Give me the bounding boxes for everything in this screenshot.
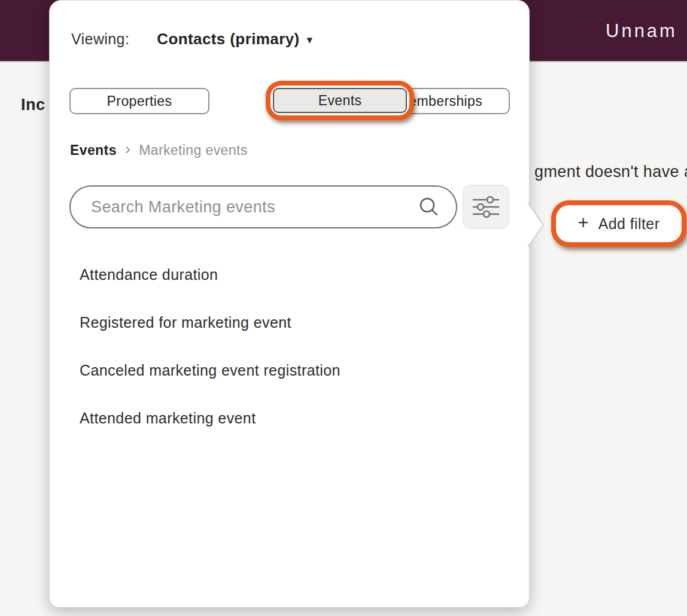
panel-pointer-arrow [528, 201, 547, 249]
list-item-canceled-marketing-event-registration[interactable]: Canceled marketing event registration [80, 360, 341, 380]
annotation-ring-add-filter: + Add filter [551, 200, 686, 247]
sliders-icon [472, 194, 500, 219]
breadcrumb-events[interactable]: Events [70, 142, 117, 158]
list-item-attendance-duration[interactable]: Attendance duration [80, 264, 218, 285]
object-selector-value: Contacts (primary) [157, 30, 299, 48]
caret-down-icon: ▾ [307, 33, 313, 47]
breadcrumb: Events › Marketing events [70, 142, 248, 158]
breadcrumb-marketing-events: Marketing events [139, 142, 248, 158]
plus-icon: + [578, 214, 589, 232]
chevron-right-icon: › [125, 141, 130, 157]
annotation-ring-events: Events [266, 81, 414, 120]
add-filter-button[interactable]: + Add filter [559, 208, 679, 239]
page-title: Unnam [606, 0, 677, 62]
viewing-label: Viewing: [71, 31, 129, 48]
filter-picker-panel: Viewing: Contacts (primary) ▾ Properties… [49, 0, 530, 608]
tab-events[interactable]: Events [273, 88, 407, 113]
tab-events-label: Events [318, 93, 362, 109]
search-icon [419, 197, 439, 217]
filter-options-button[interactable] [463, 185, 509, 229]
search-input[interactable] [69, 185, 457, 228]
object-selector-dropdown[interactable]: Contacts (primary) ▾ [157, 30, 312, 48]
tab-properties-label: Properties [107, 93, 172, 109]
list-item-registered-for-marketing-event[interactable]: Registered for marketing event [80, 312, 291, 333]
list-item-attended-marketing-event[interactable]: Attended marketing event [80, 408, 256, 428]
search-wrap [69, 185, 457, 228]
add-filter-label: Add filter [598, 215, 660, 233]
viewing-row: Viewing: Contacts (primary) ▾ [71, 30, 312, 48]
tab-properties[interactable]: Properties [69, 88, 209, 114]
include-section-heading: Inc [21, 96, 45, 114]
empty-state-text: gment doesn't have a [534, 163, 687, 181]
